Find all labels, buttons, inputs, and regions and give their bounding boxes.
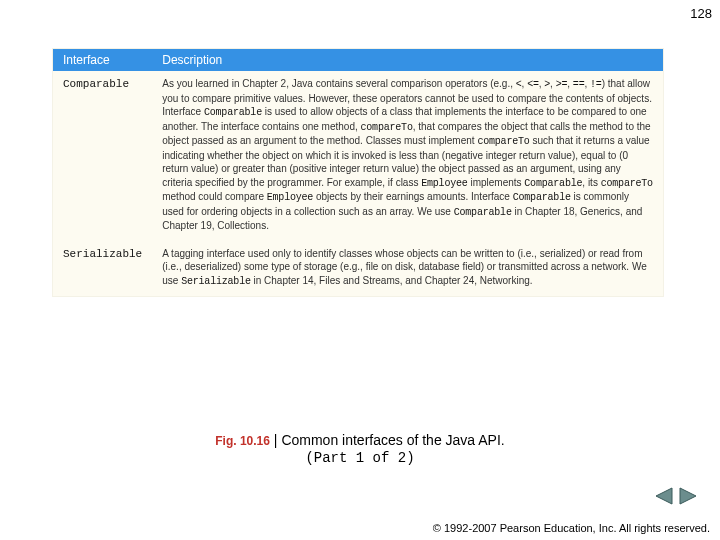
prev-arrow-icon[interactable]: [652, 486, 674, 506]
table-row: ComparableAs you learned in Chapter 2, J…: [53, 71, 663, 241]
nav-arrows: [652, 486, 700, 510]
figure-part: (Part 1 of 2): [0, 450, 720, 466]
interface-name: Comparable: [53, 71, 152, 241]
page-number: 128: [690, 6, 712, 21]
table-row: SerializableA tagging interface used onl…: [53, 241, 663, 297]
svg-marker-1: [680, 488, 696, 504]
interface-description: A tagging interface used only to identif…: [152, 241, 663, 297]
header-description: Description: [152, 49, 663, 71]
copyright-text: © 1992-2007 Pearson Education, Inc. All …: [433, 522, 710, 534]
figure-number: Fig. 10.16: [215, 434, 270, 448]
table-header-row: Interface Description: [53, 49, 663, 71]
next-arrow-icon[interactable]: [678, 486, 700, 506]
interfaces-table: Interface Description ComparableAs you l…: [52, 48, 664, 297]
figure-sep: |: [270, 432, 281, 448]
svg-marker-0: [656, 488, 672, 504]
figure-caption: Fig. 10.16 | Common interfaces of the Ja…: [0, 432, 720, 466]
interface-description: As you learned in Chapter 2, Java contai…: [152, 71, 663, 241]
figure-title: Common interfaces of the Java API.: [281, 432, 504, 448]
header-interface: Interface: [53, 49, 152, 71]
interface-name: Serializable: [53, 241, 152, 297]
